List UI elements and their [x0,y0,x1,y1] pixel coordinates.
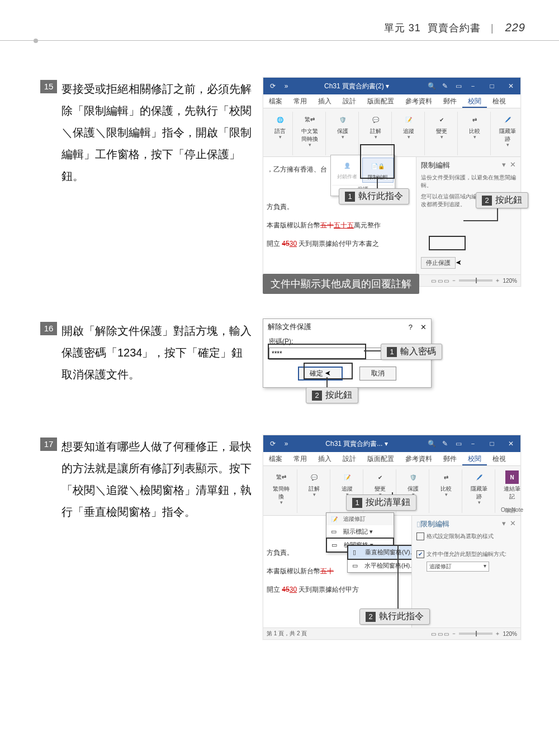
comment-button[interactable]: 💬註解▾ [366,112,386,140]
tab-mail[interactable]: 郵件 [438,94,462,108]
minimize-button-17[interactable]: － [463,435,482,452]
pane-title-17: 限制編輯 [420,520,449,528]
step-15-text: 要接受或拒絕相關修訂之前，必須先解除「限制編輯」的保護，先執行「校閱＼保護＼限制… [61,83,252,182]
show-markup-item[interactable]: ▭顯示標記 ▾ [326,525,394,538]
draw-icon[interactable]: ✎ [440,82,450,90]
ribbon: 🌐語言▾ 繁⇄中文繁簡轉換▾ 🛡️保護▾ 💬註解▾ 📝追蹤▾ ✔︎變更▾ ⇄比較… [263,108,520,157]
tab-ref[interactable]: 參考資料 [400,452,438,465]
unprotect-dialog: 解除文件保護 ?✕ 密碼(P): 確定 ➤ 取消 1輸入密碼 2按此鈕 [263,318,432,388]
tab-home[interactable]: 常用 [288,452,312,465]
step-17: 17 想要知道有哪些人做了何種修正，最快的方法就是讓所有修訂列表顯示。按下「校閱… [61,436,252,523]
tab-design[interactable]: 設計 [337,452,362,465]
compare-button[interactable]: ⇄比較▾ [465,112,485,140]
compare-button[interactable]: ⇄比較▾ [436,469,456,497]
tab-design[interactable]: 設計 [337,94,362,108]
cancel-button[interactable]: 取消 [359,367,396,381]
search-icon[interactable]: 🔍 [427,82,437,90]
pane-info1: 這份文件受到保護，以避免在無意間編輯。 [421,174,516,189]
dialog-title: 解除文件保護 [268,322,311,332]
tab-insert[interactable]: 插入 [312,452,337,465]
hideink-button[interactable]: 🖊️隱藏筆跡▾ [496,112,519,148]
tab-view[interactable]: 檢視 [487,94,511,108]
step-15-num: 15 [40,80,57,93]
close-button-17[interactable]: ✕ [501,435,520,452]
pane-title: 限制編輯 [421,160,450,170]
doc-title: Ch31 買賣合約書(2) ▾ [291,82,422,91]
maximize-button[interactable]: □ [482,78,501,94]
step-16-num: 16 [40,322,57,335]
tab-home[interactable]: 常用 [288,94,312,108]
step-15: 15 要接受或拒絕相關修訂之前，必須先解除「限制編輯」的保護，先執行「校閱＼保護… [61,78,252,187]
callout-17-1: 1按此清單鈕 [346,495,416,511]
translate-button[interactable]: 繁⇄中文繁簡轉換▾ [299,112,321,148]
close-button[interactable]: ✕ [501,78,520,94]
chk-edit-type[interactable]: ✔ [416,550,424,558]
screenshot-15: ⟳ » Ch31 買賣合約書(2) ▾ 🔍 ✎ ▭ － □ ✕ 檔案 常用 插入… [263,77,521,287]
header-title: 買賣合約書 [428,22,481,34]
step-17-text: 想要知道有哪些人做了何種修正，最快的方法就是讓所有修訂列表顯示。按下「校閱＼追蹤… [61,440,252,518]
callout-2: 2按此鈕 [476,192,528,208]
callout-17-2: 2執行此指令 [359,608,430,625]
infobar-15: 文件中顯示其他成員的回覆註解 [263,274,419,294]
document-area: 👤封鎖作者 📄🔒限制編輯 保護 ，乙方擁有香港、台銷售 方負責。 本書版權以新台… [263,157,416,274]
callout-16-2: 2按此鈕 [306,387,358,403]
screenshot-17: ⟳» Ch31 買賣合約書... ▾ 🔍✎▭ － □ ✕ 檔案 常用 插入 設計… [263,435,521,640]
ok-button[interactable]: 確定 ➤ [298,367,343,381]
chevron-icon: » [281,82,291,90]
autosave-icon: ⟳ [268,82,278,90]
unit-label: 單元 31 [384,22,421,34]
tab-layout[interactable]: 版面配置 [362,94,400,108]
callout-1: 1執行此指令 [339,188,409,205]
step-16: 16 開啟「解除文件保護」對話方塊，輸入保護密碼「1234」，按下「確定」鈕取消… [61,320,252,386]
restrict-editing-pane: 限制編輯▾ ✕ 這份文件受到保護，以避免在無意間編輯。 您可以在這個區域內編輯，… [416,157,520,274]
step-17-num: 17 [40,438,57,451]
stop-protection-button[interactable]: 停止保護 [421,257,456,269]
tab-file[interactable]: 檔案 [263,94,288,108]
language-button[interactable]: 🌐語言▾ [270,112,290,140]
ribbon-tabs: 檔案 常用 插入 設計 版面配置 參考資料 郵件 校閱 檢視 [263,94,520,108]
onenote-button[interactable]: N連結筆記 [501,469,523,502]
changes-button[interactable]: ✔︎變更▾ [432,112,452,140]
dialog-close-icon[interactable]: ✕ [420,323,427,331]
tab-mail[interactable]: 郵件 [438,452,462,465]
maximize-button-17[interactable]: □ [482,435,501,452]
track-button[interactable]: 📝追蹤▾ [399,112,419,140]
ribbon-tabs-17: 檔案 常用 插入 設計 版面配置 參考資料 郵件 校閱 檢視 [263,452,520,466]
protect-button[interactable]: 🛡️保護▾ [403,469,423,497]
callout-16-1: 1輸入密碼 [381,344,442,360]
step-16-text: 開啟「解除文件保護」對話方塊，輸入保護密碼「1234」，按下「確定」鈕取消保護文… [61,325,252,381]
protect-button[interactable]: 🛡️保護▾ [333,112,353,140]
changes-button[interactable]: ✔︎變更▾ [370,469,390,497]
tab-ref[interactable]: 參考資料 [400,94,438,108]
header-rule [0,40,559,41]
tab-review[interactable]: 校閱 [462,94,487,108]
status-bar-17: 第 1 頁，共 2 頁 ▭ ▭ ▭－＋120% [263,627,520,639]
help-icon[interactable]: ? [409,323,413,331]
page-header: 單元 31 買賣合約書 | 229 [384,21,525,35]
restrict-edit-button[interactable]: 📄🔒限制編輯 [362,158,394,183]
chk-format[interactable] [416,532,424,540]
lock-author-button: 👤封鎖作者 [332,158,362,183]
tab-layout[interactable]: 版面配置 [362,452,400,465]
edit-type-select[interactable]: 追蹤修訂 [427,562,489,572]
word-titlebar: ⟳ » Ch31 買賣合約書(2) ▾ 🔍 ✎ ▭ － □ ✕ [263,78,520,94]
doc-title-17: Ch31 買賣合約書... ▾ [291,439,422,449]
tab-review[interactable]: 校閱 [462,452,487,465]
ribbon-mode-icon[interactable]: ▭ [453,82,463,90]
tab-view[interactable]: 檢視 [487,452,511,465]
hideink-button[interactable]: 🖊️隱藏筆跡▾ [468,469,490,505]
word-titlebar-17: ⟳» Ch31 買賣合約書... ▾ 🔍✎▭ － □ ✕ [263,435,520,452]
translate-button[interactable]: 繁⇄繁簡轉換▾ [270,469,292,505]
track-button[interactable]: 📝追蹤▾ [337,469,357,497]
tab-file[interactable]: 檔案 [263,452,288,465]
comment-button[interactable]: 💬註解▾ [304,469,324,497]
minimize-button[interactable]: － [463,78,482,94]
page-number: 229 [505,21,525,34]
tab-insert[interactable]: 插入 [312,94,337,108]
